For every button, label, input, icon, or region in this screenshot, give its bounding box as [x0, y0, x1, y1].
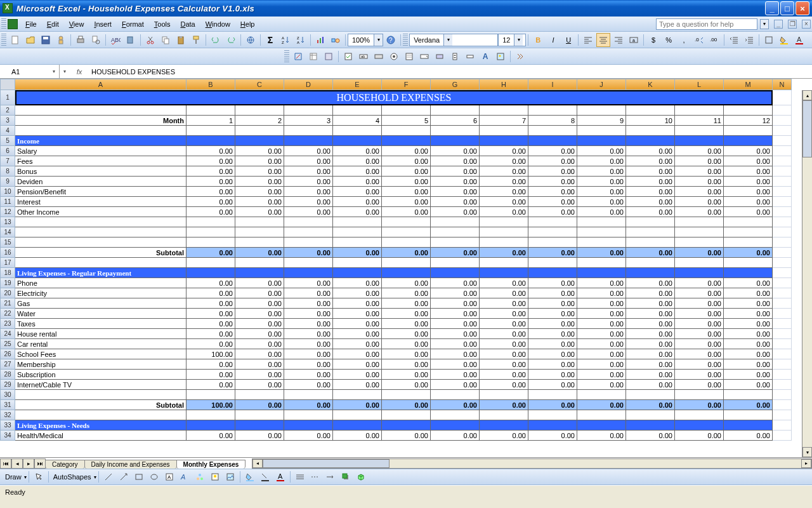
rectangle-button[interactable] [132, 470, 146, 484]
living-val[interactable]: 0.00 [235, 359, 284, 370]
cell[interactable] [626, 126, 675, 136]
living-val[interactable]: 0.00 [333, 380, 382, 390]
cell[interactable] [773, 146, 792, 156]
permission-button[interactable] [54, 33, 68, 47]
living-val[interactable]: 0.00 [333, 359, 382, 370]
label-control-icon[interactable]: A [478, 50, 492, 64]
income-val[interactable]: 0.00 [382, 197, 431, 207]
living-label[interactable]: Gas [15, 298, 187, 309]
menu-format[interactable]: Format [117, 18, 149, 30]
living-subtotal[interactable]: 0.00 [235, 400, 284, 410]
cell[interactable] [773, 309, 792, 319]
cell[interactable] [15, 410, 187, 420]
income-val[interactable]: 0.00 [724, 197, 773, 207]
row-header-30[interactable]: 30 [0, 390, 15, 400]
living-val[interactable]: 0.00 [431, 288, 480, 298]
living-val[interactable]: 0.00 [480, 319, 528, 329]
row-header-16[interactable]: 16 [0, 248, 15, 258]
income-val[interactable]: 0.00 [724, 187, 773, 197]
living-val[interactable]: 0.00 [724, 380, 773, 390]
income-val[interactable]: 0.00 [333, 156, 382, 166]
income-val[interactable]: 0.00 [626, 156, 675, 166]
income-val[interactable]: 0.00 [187, 166, 235, 177]
wordart-button[interactable]: A [178, 470, 192, 484]
living-val[interactable]: 0.00 [626, 359, 675, 370]
living-subtotal[interactable]: 0.00 [626, 400, 675, 410]
cell[interactable] [724, 420, 773, 431]
living-val[interactable]: 0.00 [333, 319, 382, 329]
income-val[interactable]: 0.00 [382, 146, 431, 156]
cut-button[interactable] [143, 33, 157, 47]
living-val[interactable]: 0.00 [431, 329, 480, 339]
cell[interactable] [235, 390, 284, 400]
undo-button[interactable] [209, 33, 223, 47]
income-val[interactable]: 0.00 [626, 207, 675, 217]
cell[interactable] [675, 268, 724, 278]
row-header-6[interactable]: 6 [0, 146, 15, 156]
living-val[interactable]: 0.00 [187, 380, 235, 390]
cell[interactable] [773, 420, 792, 431]
cell[interactable] [773, 268, 792, 278]
cell[interactable] [773, 370, 792, 380]
more-controls-button[interactable] [513, 50, 527, 64]
living-label[interactable]: Membership [15, 359, 187, 370]
save-button[interactable] [39, 33, 53, 47]
spin-control-icon[interactable] [448, 50, 462, 64]
cell[interactable] [187, 237, 235, 248]
income-val[interactable]: 0.00 [187, 187, 235, 197]
col-header-L[interactable]: L [675, 79, 724, 90]
living-val[interactable]: 0.00 [626, 288, 675, 298]
living-val[interactable]: 0.00 [528, 298, 577, 309]
income-label[interactable]: Deviden [15, 177, 187, 187]
cell[interactable] [773, 410, 792, 420]
cell[interactable] [431, 420, 480, 431]
row-header-8[interactable]: 8 [0, 166, 15, 177]
cell[interactable] [187, 217, 235, 227]
research-button[interactable] [124, 33, 138, 47]
living-val[interactable]: 0.00 [675, 309, 724, 319]
cell[interactable] [773, 207, 792, 217]
living-val[interactable]: 0.00 [675, 349, 724, 359]
living-val[interactable]: 0.00 [724, 359, 773, 370]
living-val[interactable]: 0.00 [431, 319, 480, 329]
income-val[interactable]: 0.00 [235, 156, 284, 166]
cell[interactable] [528, 126, 577, 136]
living-label[interactable]: Electricity [15, 288, 187, 298]
currency-button[interactable]: $ [646, 33, 660, 47]
cell[interactable] [431, 258, 480, 268]
name-box[interactable]: A1 ▾ [0, 65, 60, 78]
row-header-20[interactable]: 20 [0, 288, 15, 298]
cell[interactable] [773, 258, 792, 268]
income-val[interactable]: 0.00 [284, 156, 333, 166]
living-val[interactable]: 0.00 [431, 309, 480, 319]
option-control-icon[interactable] [387, 50, 401, 64]
paste-button[interactable] [174, 33, 188, 47]
row-header-11[interactable]: 11 [0, 197, 15, 207]
formula-dropdown-icon[interactable]: ▾ [60, 65, 70, 78]
income-val[interactable]: 0.00 [577, 146, 626, 156]
cell[interactable] [724, 237, 773, 248]
living-val[interactable]: 0.00 [431, 370, 480, 380]
cell[interactable] [675, 105, 724, 116]
scroll-down-icon[interactable]: ▾ [802, 447, 812, 457]
living-val[interactable]: 0.00 [187, 370, 235, 380]
living-val[interactable]: 0.00 [675, 319, 724, 329]
income-val[interactable]: 0.00 [480, 187, 528, 197]
cell[interactable] [773, 319, 792, 329]
living-val[interactable]: 0.00 [724, 278, 773, 288]
cell[interactable] [773, 116, 792, 126]
income-subtotal[interactable]: 0.00 [187, 248, 235, 258]
line-button[interactable] [102, 470, 115, 484]
living-subtotal[interactable]: 0.00 [431, 400, 480, 410]
living-val[interactable]: 0.00 [675, 298, 724, 309]
cell[interactable] [382, 258, 431, 268]
align-center-button[interactable] [596, 33, 610, 47]
month-2[interactable]: 2 [235, 116, 284, 126]
cell[interactable] [577, 237, 626, 248]
living-val[interactable]: 0.00 [187, 329, 235, 339]
cell[interactable] [235, 258, 284, 268]
income-label[interactable]: Bonus [15, 166, 187, 177]
cell[interactable] [480, 136, 528, 146]
income-val[interactable]: 0.00 [382, 187, 431, 197]
cell[interactable] [284, 217, 333, 227]
